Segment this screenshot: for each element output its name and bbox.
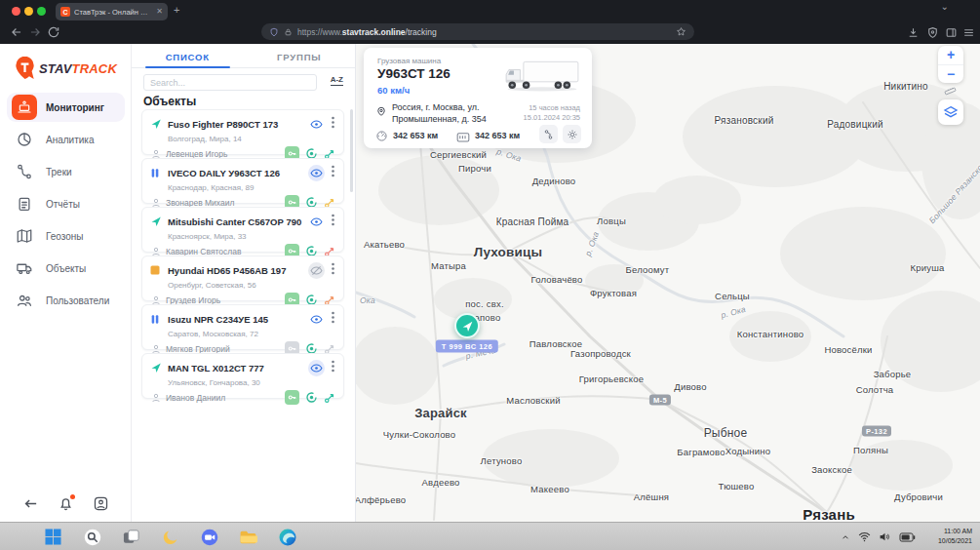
vehicle-card[interactable]: IVECO DAILY У963СТ 126 Краснодар, Красна…: [141, 158, 344, 204]
vehicle-info-card: Грузовая машина У963СТ 126 60 км/ч: [364, 48, 592, 148]
more-menu-icon[interactable]: [329, 359, 336, 376]
zoom-out-button[interactable]: −: [938, 64, 963, 83]
sidebar-item-label: Мониторинг: [46, 102, 104, 113]
vehicle-card[interactable]: Hyundai HD65 Р456АВ 197 Оренбург, Советс…: [141, 255, 344, 301]
sidebar-item-objects[interactable]: Объекты: [7, 254, 125, 283]
minimize-window-button[interactable]: [24, 7, 33, 16]
motion-moving-icon: [150, 118, 163, 130]
volume-icon[interactable]: [879, 531, 891, 542]
users-icon: [12, 288, 37, 313]
map-layers-button[interactable]: [938, 99, 963, 125]
marker-plate-label[interactable]: Т 999 ВС 126: [436, 340, 498, 353]
search-input[interactable]: [143, 74, 317, 91]
notifications-bell-icon[interactable]: [58, 495, 74, 512]
profile-icon[interactable]: [93, 495, 109, 512]
map-label: Баграмово: [677, 447, 725, 457]
route-button[interactable]: [539, 125, 558, 143]
collapse-back-icon[interactable]: [22, 495, 39, 512]
reload-button[interactable]: [47, 25, 60, 39]
zoom-window-button[interactable]: [37, 7, 46, 16]
bookmark-star-icon[interactable]: [676, 26, 686, 37]
meet-app-icon[interactable]: [200, 528, 218, 546]
taskview-app-icon[interactable]: [122, 528, 140, 546]
visibility-eye-toggle[interactable]: [308, 214, 325, 230]
sidebar-item-tracks[interactable]: Треки: [7, 157, 125, 186]
map-label: Ловцы: [597, 216, 626, 226]
menu-hamburger-icon[interactable]: [962, 25, 975, 38]
list-scrollbar[interactable]: [350, 109, 353, 192]
wifi-icon[interactable]: [858, 531, 871, 542]
downloads-icon[interactable]: [907, 25, 920, 38]
tracking-shield-icon[interactable]: [269, 27, 279, 37]
vehicle-address: Ульяновск, Гончарова, 30: [168, 378, 343, 387]
windows-app-icon[interactable]: [44, 528, 62, 546]
driver-name: Левенцев Игорь: [166, 149, 285, 159]
taskbar-apps: [44, 523, 296, 550]
url-bar[interactable]: https://www.stavtrack.online/tracking: [261, 23, 694, 40]
vehicle-card[interactable]: Mitsubishi Canter С567ОР 790 Красноярск,…: [141, 207, 344, 253]
back-button[interactable]: [10, 25, 23, 39]
map-label: Тюшево: [719, 481, 755, 491]
motion-moving-icon: [150, 216, 163, 227]
visibility-eye-toggle[interactable]: [308, 360, 325, 376]
more-menu-icon[interactable]: [329, 115, 336, 133]
vehicle-card[interactable]: MAN TGL Х012СТ 777 Ульяновск, Гончарова,…: [141, 353, 344, 399]
vehicle-marker[interactable]: [454, 313, 480, 338]
sidebar-item-geozones[interactable]: Геозоны: [7, 221, 125, 251]
odometer-icon: [375, 129, 388, 141]
visibility-eye-toggle[interactable]: [308, 311, 325, 328]
sidebar-item-analytics[interactable]: Аналитика: [7, 125, 125, 154]
sidebar-item-users[interactable]: Пользователи: [7, 286, 125, 315]
more-menu-icon[interactable]: [329, 310, 336, 328]
tab-list[interactable]: СПИСОК: [132, 44, 244, 67]
more-menu-icon[interactable]: [329, 213, 336, 230]
more-menu-icon[interactable]: [329, 261, 336, 279]
new-tab-button[interactable]: +: [174, 4, 179, 16]
chevron-down-icon[interactable]: ⌄: [941, 1, 949, 12]
truck-image: [502, 58, 582, 97]
extension-icon[interactable]: [926, 25, 939, 38]
visibility-eye-toggle[interactable]: [308, 262, 325, 279]
sidebar-panel-icon[interactable]: [945, 25, 958, 38]
close-window-button[interactable]: [12, 7, 20, 16]
map[interactable]: СергиевскийПирочир. ОкаДединовоНикитиноР…: [356, 44, 980, 522]
folder-app-icon[interactable]: [239, 528, 257, 546]
odometer-value: 342 653 км: [393, 131, 438, 140]
more-menu-icon[interactable]: [329, 164, 336, 181]
vehicle-name: Mitsubishi Canter С567ОР 790: [168, 216, 308, 227]
driver-name: Груздев Игорь: [166, 295, 285, 305]
map-label: Дединово: [532, 176, 576, 186]
vehicle-card[interactable]: Fuso Fighter Р890СТ 173 Волгоград, Мира,…: [141, 109, 344, 155]
vehicle-name: Hyundai HD65 Р456АВ 197: [168, 265, 308, 276]
taskbar-clock[interactable]: 11:00 AM 10/05/2021: [920, 527, 972, 546]
sidebar-item-monitoring[interactable]: Мониторинг: [7, 93, 125, 122]
driver-name: Каварин Святослав: [166, 247, 285, 256]
map-label: Заокское: [811, 464, 852, 475]
visibility-eye-toggle[interactable]: [308, 116, 325, 133]
moon-app-icon[interactable]: [161, 528, 179, 546]
ignition-status-icon: [305, 391, 318, 404]
settings-gear-button[interactable]: [563, 125, 581, 143]
map-label: Криуша: [911, 262, 945, 273]
lock-icon[interactable]: [284, 27, 293, 37]
tray-chevron-up-icon[interactable]: [841, 532, 850, 542]
tab-close-icon[interactable]: ✕: [156, 8, 163, 16]
vehicle-card[interactable]: Isuzu NPR С234УЕ 145 Саратов, Московская…: [141, 304, 344, 350]
map-label: р. Ока: [495, 146, 523, 164]
sidebar-item-reports[interactable]: Отчёты: [7, 189, 125, 218]
edge-app-icon[interactable]: [278, 528, 296, 546]
tab-groups[interactable]: ГРУППЫ: [244, 44, 356, 67]
battery-icon[interactable]: [899, 532, 916, 542]
sidebar-item-label: Отчёты: [46, 199, 80, 210]
map-label: Летуново: [481, 455, 523, 466]
ruler-icon[interactable]: [944, 84, 957, 97]
vehicle-address: Волгоград, Мира, 14: [168, 135, 343, 143]
visibility-eye-toggle[interactable]: [308, 165, 325, 181]
search-app-icon[interactable]: [83, 528, 101, 546]
zoom-in-button[interactable]: +: [938, 46, 963, 64]
map-label: Новосёлки: [824, 344, 872, 355]
app-logo[interactable]: STAVTRACK: [15, 57, 117, 80]
sort-az-button[interactable]: A-Z: [331, 76, 343, 86]
forward-button[interactable]: [28, 25, 42, 39]
browser-tab[interactable]: С СтавТрэк - Онлайн мониторин ✕: [56, 3, 168, 20]
